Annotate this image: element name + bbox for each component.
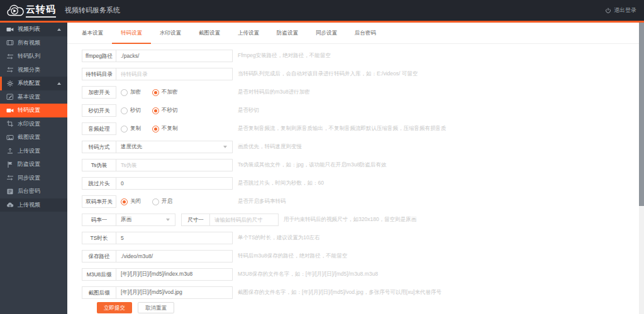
sidebar-item-12[interactable]: 同步设置 [0, 171, 67, 185]
radio-group: 关闭开启 [116, 198, 233, 205]
sidebar-item-label: 视频分类 [18, 66, 40, 74]
form-row: 码率一原画尺寸一用于约束转码后的视频尺寸，如320x180，留空则是原画 [82, 214, 639, 226]
form-row: 待转码目录当转码队列完成后，会自动对该目录进行转码并入库，如：E:/videos… [82, 68, 639, 80]
id-card-icon [6, 188, 14, 195]
field-label: TS时长 [82, 232, 116, 244]
radio-option[interactable]: 关闭 [121, 198, 141, 205]
sidebar-item-2[interactable]: 所有视频 [0, 36, 67, 50]
scrollbar-thumb[interactable] [639, 23, 644, 206]
gear-icon [6, 80, 14, 87]
field-label: 转码方式 [82, 141, 116, 153]
settings-form: ffmpeg路径Ffmpeg安装路径，绝对路径，不能留空待转码目录当转码队列完成… [67, 44, 639, 299]
main-content: 基本设置转码设置水印设置截图设置上传设置防盗设置同步设置后台密码 ffmpeg路… [67, 23, 639, 314]
field-input[interactable] [116, 286, 233, 299]
tab-1[interactable]: 基本设置 [73, 23, 112, 43]
field-input[interactable] [116, 232, 233, 244]
select-box[interactable]: 原画 [116, 214, 175, 226]
field-label: 尺寸一 [181, 214, 210, 226]
select-box[interactable]: 速度优先 [116, 141, 233, 153]
field-help: Ffmpeg安装路径，绝对路径，不能留空 [238, 52, 331, 60]
field-label: 保存路径 [82, 250, 116, 263]
field-label: 跳过片头 [82, 177, 116, 190]
swap-arrows-icon [6, 174, 14, 181]
sidebar-item-label: 防盗设置 [18, 160, 40, 168]
radio-group: 秒切不秒切 [116, 107, 233, 114]
form-row: ffmpeg路径Ffmpeg安装路径，绝对路径，不能留空 [82, 50, 639, 62]
radio-option[interactable]: 秒切 [121, 107, 141, 114]
field-label: Ts伪装 [82, 159, 116, 171]
field-label: 加密开关 [82, 86, 116, 99]
field-label: 双码率开关 [82, 195, 116, 208]
form-row: 跳过片头是否跳过片头，时间为秒数，如：60 [82, 177, 639, 190]
field-input[interactable] [116, 50, 233, 62]
field-label: 截图后缀 [82, 286, 116, 299]
sidebar-item-label: 系统配置 [18, 79, 40, 87]
tab-2[interactable]: 转码设置 [112, 23, 151, 43]
sidebar-item-4[interactable]: 视频分类 [0, 63, 67, 77]
tab-6[interactable]: 防盗设置 [268, 23, 307, 43]
radio-icon [121, 89, 128, 96]
radio-option[interactable]: 不秒切 [152, 107, 178, 114]
sidebar-item-label: 水印设置 [18, 120, 40, 128]
topbar: 云转码 视频转码服务系统 退出登录 [0, 0, 644, 21]
field-help: 是否对转码后的m3u8进行加密 [238, 89, 310, 96]
tab-3[interactable]: 水印设置 [151, 23, 190, 43]
radio-option[interactable]: 开启 [152, 198, 172, 205]
sidebar-item-label: 同步设置 [18, 174, 40, 182]
sidebar-item-label: 上传视频 [18, 201, 40, 209]
logout-button[interactable]: 退出登录 [605, 0, 636, 21]
radio-option[interactable]: 不复制 [152, 125, 178, 133]
form-row: Ts伪装Ts伪装成其他文件，如：jpg，该功能只在开启m3u8防盗后有效 [82, 159, 639, 171]
reset-button[interactable]: 取消重置 [138, 302, 174, 313]
radio-icon [152, 89, 159, 96]
app-title: 视频转码服务系统 [65, 6, 120, 15]
form-row: 双码率开关关闭开启是否开启多码率转码 [82, 195, 639, 208]
radio-label: 不复制 [162, 125, 178, 133]
radio-icon [121, 126, 128, 133]
sidebar-item-10[interactable]: 上传设置 [0, 144, 67, 158]
field-input[interactable] [116, 68, 233, 80]
watermark-icon [6, 120, 14, 127]
scrollbar[interactable] [639, 23, 644, 314]
sidebar-item-14[interactable]: 上传视频 [0, 198, 67, 212]
select-value: 速度优先 [121, 143, 142, 151]
form-row: 音频处理复制不复制是否复制音频流，复制则原音质输出，不复制音频流即默认压缩音频，… [82, 122, 639, 135]
field-help: Ts伪装成其他文件，如：jpg，该功能只在开启m3u8防盗后有效 [238, 161, 387, 169]
field-input[interactable] [116, 268, 233, 281]
field-label: M3U8后缀 [82, 268, 116, 281]
radio-option[interactable]: 加密 [121, 89, 141, 96]
field-input[interactable] [116, 250, 233, 263]
sidebar-item-9[interactable]: 截图设置 [0, 131, 67, 144]
form-row: 转码方式速度优先画质优先，转码速度则变慢 [82, 141, 639, 153]
field-input[interactable] [116, 159, 233, 171]
image-icon [6, 134, 14, 141]
logout-label: 退出登录 [614, 6, 636, 14]
cloud-logo-icon [6, 4, 25, 18]
sidebar-item-5[interactable]: 系统配置 [0, 77, 67, 90]
radio-group: 复制不复制 [116, 125, 233, 133]
upload-icon [6, 147, 14, 154]
submit-button[interactable]: 立即提交 [97, 302, 132, 313]
swap-arrows-icon [6, 66, 14, 73]
field-input[interactable] [116, 177, 233, 190]
tab-4[interactable]: 截图设置 [190, 23, 229, 43]
video-camera-icon [6, 26, 14, 33]
radio-icon [121, 198, 128, 205]
sidebar-item-7[interactable]: 转码设置 [0, 104, 67, 117]
radio-option[interactable]: 不加密 [152, 89, 178, 96]
sidebar-item-1[interactable]: 视频列表 [0, 23, 67, 36]
field-label: 秒切开关 [82, 104, 116, 117]
sidebar-item-8[interactable]: 水印设置 [0, 117, 67, 131]
tab-5[interactable]: 上传设置 [229, 23, 268, 43]
sidebar-item-11[interactable]: 防盗设置 [0, 158, 67, 171]
radio-icon [152, 198, 159, 205]
app-logo[interactable]: 云转码 [0, 4, 56, 18]
radio-option[interactable]: 复制 [121, 125, 141, 133]
sidebar-item-6[interactable]: 基本设置 [0, 90, 67, 104]
field-input[interactable] [209, 214, 279, 226]
camera-icon [6, 107, 14, 114]
sidebar-item-3[interactable]: 转码队列 [0, 50, 67, 63]
tab-8[interactable]: 后台密码 [346, 23, 385, 43]
sidebar-item-13[interactable]: 后台密码 [0, 185, 67, 198]
tab-7[interactable]: 同步设置 [307, 23, 346, 43]
